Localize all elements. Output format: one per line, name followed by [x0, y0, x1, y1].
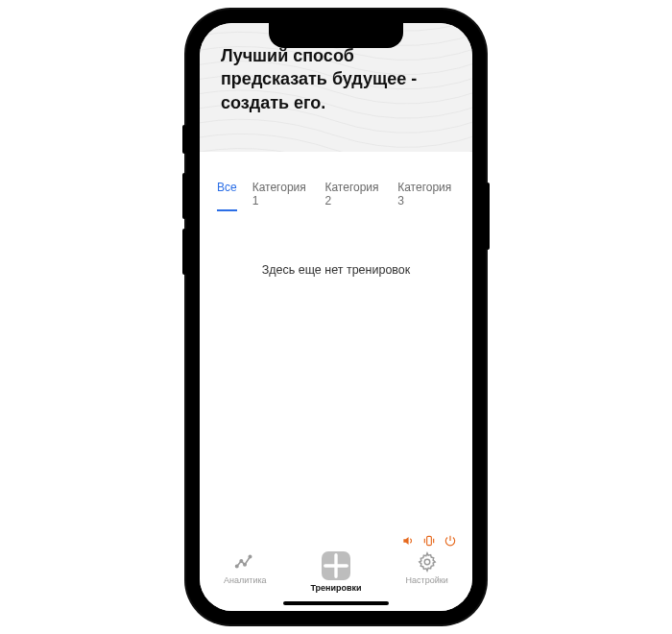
- phone-side-button: [182, 229, 186, 275]
- analytics-icon: [234, 551, 255, 573]
- empty-state-text: Здесь еще нет тренировок: [200, 263, 472, 277]
- tab-all[interactable]: Все: [217, 181, 237, 211]
- svg-point-11: [250, 555, 252, 557]
- tab-category-3[interactable]: Категория 3: [397, 181, 455, 211]
- vibrate-icon[interactable]: [422, 534, 436, 548]
- nav-analytics-label: Аналитика: [224, 575, 267, 585]
- power-icon[interactable]: [444, 534, 457, 548]
- nav-analytics[interactable]: Аналитика: [206, 551, 283, 585]
- add-workout-button[interactable]: [322, 551, 350, 580]
- tab-category-2[interactable]: Категория 2: [324, 181, 382, 211]
- phone-side-button: [182, 173, 186, 219]
- svg-point-12: [424, 559, 430, 565]
- phone-side-button: [182, 125, 186, 154]
- plus-icon: [322, 551, 350, 580]
- category-tabs: Все Категория 1 Категория 2 Категория 3: [200, 152, 472, 217]
- svg-point-8: [236, 565, 238, 567]
- nav-workouts-label: Тренировки: [310, 583, 361, 593]
- nav-settings-label: Настройки: [406, 575, 448, 585]
- svg-point-10: [244, 564, 246, 566]
- phone-screen: 20:18: [200, 23, 472, 611]
- svg-rect-7: [427, 536, 432, 545]
- tab-category-1[interactable]: Категория 1: [252, 181, 310, 211]
- bottom-nav: Аналитика Тренировки Настройки: [200, 551, 472, 593]
- hero-quote: Лучший способ предсказать будущее - созд…: [221, 44, 451, 114]
- phone-notch: [269, 23, 403, 48]
- phone-frame: 20:18: [186, 10, 486, 624]
- home-indicator[interactable]: [283, 601, 389, 605]
- nav-workouts[interactable]: Тренировки: [298, 551, 374, 593]
- footer: Аналитика Тренировки Настройки: [200, 536, 472, 611]
- footer-utility-icons: [401, 534, 457, 548]
- nav-settings[interactable]: Настройки: [389, 551, 466, 585]
- gear-icon: [417, 551, 438, 573]
- svg-point-9: [240, 560, 242, 562]
- phone-side-button: [486, 183, 490, 250]
- sound-icon[interactable]: [401, 534, 415, 548]
